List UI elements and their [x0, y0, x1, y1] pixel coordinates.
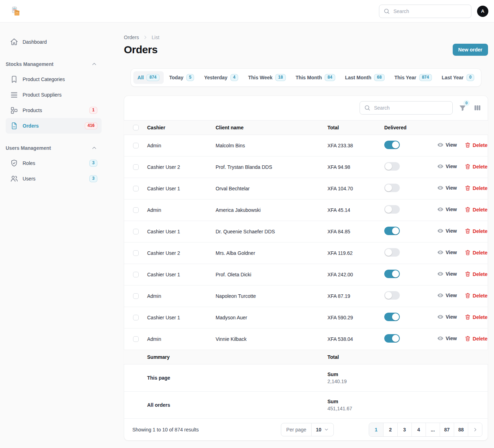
user-avatar[interactable]: A	[477, 6, 488, 17]
page-button-87[interactable]: 87	[440, 423, 454, 436]
delete-button[interactable]: Delete	[465, 314, 488, 320]
row-checkbox[interactable]	[133, 164, 139, 170]
delivered-toggle[interactable]	[384, 334, 400, 343]
tab-all[interactable]: All 874	[133, 71, 164, 84]
table-row: Admin Vinnie Kilback XFA 538.04 View Del…	[124, 328, 488, 350]
tab-last-month[interactable]: Last Month 68	[341, 71, 389, 84]
tab-badge: 5	[186, 74, 194, 81]
tab-last-year[interactable]: Last Year 0	[438, 71, 479, 84]
row-checkbox[interactable]	[133, 315, 139, 320]
sidebar-badge: 1	[89, 107, 97, 114]
table-search-input[interactable]	[373, 105, 448, 111]
delivered-toggle[interactable]	[384, 270, 400, 278]
tab-today[interactable]: Today 5	[165, 71, 199, 84]
row-checkbox[interactable]	[133, 143, 139, 148]
delete-button[interactable]: Delete	[465, 185, 488, 191]
sidebar-badge: 3	[89, 160, 97, 167]
view-button[interactable]: View	[437, 185, 457, 191]
column-header-client[interactable]: Client name	[216, 120, 327, 135]
chevron-up-icon[interactable]	[91, 145, 97, 151]
page-button-3[interactable]: 3	[397, 423, 411, 436]
row-checkbox[interactable]	[133, 272, 139, 277]
sidebar-item-product-suppliers[interactable]: Product Suppliers	[6, 87, 102, 103]
view-button[interactable]: View	[437, 142, 457, 148]
select-all-checkbox[interactable]	[133, 125, 139, 130]
per-page-label: Per page	[281, 427, 311, 432]
view-button[interactable]: View	[437, 271, 457, 277]
delivered-toggle[interactable]	[384, 184, 400, 192]
table-row: Cashier User 2 Mrs. Alba Goldner XFA 119…	[124, 242, 488, 264]
column-header-total[interactable]: Total	[327, 120, 384, 135]
sidebar-item-label: Users	[23, 176, 36, 182]
delete-button[interactable]: Delete	[465, 293, 488, 299]
page-button-2[interactable]: 2	[383, 423, 397, 436]
delete-button[interactable]: Delete	[465, 142, 488, 148]
delete-button[interactable]: Delete	[465, 207, 488, 213]
tab-this-month[interactable]: This Month 84	[291, 71, 339, 84]
view-button[interactable]: View	[437, 228, 457, 234]
app-logo-icon[interactable]	[11, 6, 20, 16]
chevron-up-icon[interactable]	[91, 61, 97, 67]
table-row: Cashier User 1 Orval Bechtelar XFA 104.7…	[124, 178, 488, 199]
delivered-toggle[interactable]	[384, 248, 400, 257]
delete-button[interactable]: Delete	[465, 250, 488, 256]
column-header-delivered[interactable]: Delivered	[384, 120, 437, 135]
client-cell: Malcolm Bins	[216, 135, 327, 156]
row-checkbox[interactable]	[133, 336, 139, 342]
table-search	[360, 101, 453, 115]
row-checkbox[interactable]	[133, 186, 139, 191]
delivered-toggle[interactable]	[384, 227, 400, 235]
sidebar-item-products[interactable]: Products 1	[6, 103, 102, 118]
delete-button[interactable]: Delete	[465, 271, 488, 277]
row-checkbox[interactable]	[133, 293, 139, 299]
tab-yesterday[interactable]: Yesterday 4	[200, 71, 242, 84]
next-page-button[interactable]	[468, 423, 482, 436]
delivered-toggle[interactable]	[384, 162, 400, 171]
eye-icon	[437, 249, 444, 256]
row-checkbox[interactable]	[133, 207, 139, 213]
view-button[interactable]: View	[437, 292, 457, 299]
toggle-columns-button[interactable]	[472, 103, 482, 113]
global-search-input[interactable]	[393, 8, 467, 14]
results-summary: Showing 1 to 10 of 874 results	[132, 427, 281, 432]
sidebar-badge: 3	[89, 175, 97, 182]
view-button[interactable]: View	[437, 206, 457, 213]
tab-badge: 874	[419, 74, 432, 81]
new-order-button[interactable]: New order	[453, 44, 488, 56]
breadcrumb-orders[interactable]: Orders	[124, 35, 139, 40]
view-button[interactable]: View	[437, 335, 457, 342]
filter-button[interactable]: 0	[458, 103, 468, 113]
search-icon	[364, 105, 370, 111]
page-button-88[interactable]: 88	[454, 423, 468, 436]
row-checkbox[interactable]	[133, 229, 139, 234]
sidebar-item-orders[interactable]: Orders 416	[6, 118, 102, 134]
tab-this-year[interactable]: This Year 874	[390, 71, 436, 84]
sidebar-item-product-categories[interactable]: Product Categories	[6, 72, 102, 87]
delivered-toggle[interactable]	[384, 291, 400, 300]
delivered-toggle[interactable]	[384, 141, 400, 149]
row-checkbox[interactable]	[133, 250, 139, 256]
eye-icon	[437, 228, 444, 234]
page-button-4[interactable]: 4	[411, 423, 426, 436]
tab-this-week[interactable]: This Week 18	[244, 71, 290, 84]
per-page-select[interactable]: 10	[312, 427, 333, 432]
client-cell: Napoleon Turcotte	[216, 285, 327, 307]
page-button-1[interactable]: 1	[369, 423, 383, 436]
delete-button[interactable]: Delete	[465, 164, 488, 170]
view-button[interactable]: View	[437, 249, 457, 256]
cashier-cell: Cashier User 2	[147, 242, 216, 264]
sum-value: 451,141.67	[327, 406, 380, 411]
orders-table-card: 0 Cashier Client name Total	[124, 96, 488, 441]
delivered-toggle[interactable]	[384, 313, 400, 321]
view-button[interactable]: View	[437, 314, 457, 320]
eye-icon	[437, 142, 444, 148]
delete-button[interactable]: Delete	[465, 336, 488, 342]
sidebar-item-roles[interactable]: Roles 3	[6, 155, 102, 171]
delivered-toggle[interactable]	[384, 205, 400, 214]
column-header-cashier[interactable]: Cashier	[147, 120, 216, 135]
view-button[interactable]: View	[437, 163, 457, 170]
delete-button[interactable]: Delete	[465, 228, 488, 234]
sidebar-item-label: Product Categories	[23, 76, 65, 82]
sidebar-item-users[interactable]: Users 3	[6, 171, 102, 186]
sidebar-item-dashboard[interactable]: Dashboard	[6, 34, 102, 50]
